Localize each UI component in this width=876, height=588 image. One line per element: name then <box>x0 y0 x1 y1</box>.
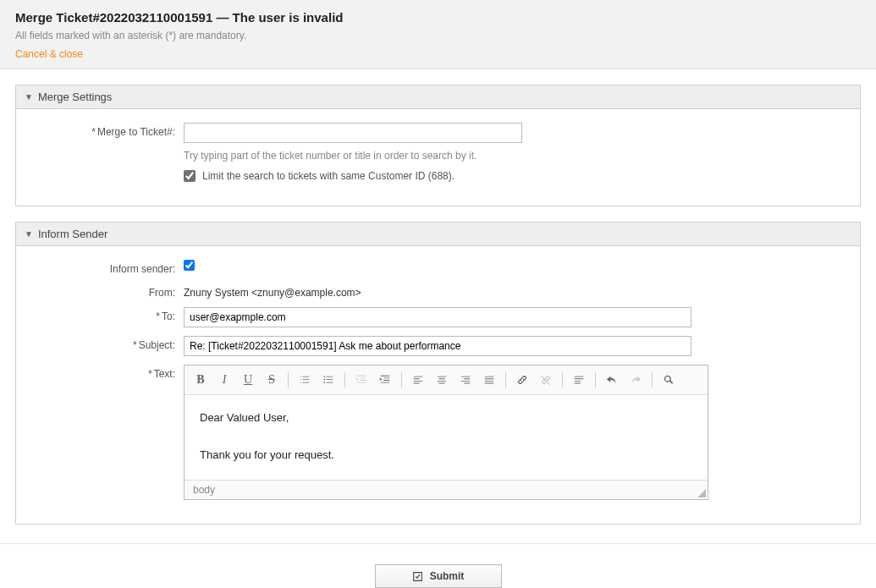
check-icon <box>412 571 423 582</box>
inform-sender-title: Inform Sender <box>38 228 107 240</box>
editor-status-bar: body <box>185 480 708 499</box>
page-title: Merge Ticket#2022032110001591 — The user… <box>15 10 861 25</box>
toolbar-separator <box>562 372 563 387</box>
cancel-close-link[interactable]: Cancel & close <box>15 48 83 60</box>
to-input[interactable] <box>184 307 691 327</box>
merge-to-hint: Try typing part of the ticket number or … <box>184 150 708 162</box>
toolbar-separator <box>401 372 402 387</box>
merge-settings-body: *Merge to Ticket#: Try typing part of th… <box>16 109 860 206</box>
outdent-button[interactable] <box>350 369 372 391</box>
from-label: From: <box>31 283 184 299</box>
text-label: *Text: <box>31 365 184 380</box>
toolbar-separator <box>652 372 653 387</box>
toolbar-separator <box>288 372 289 387</box>
italic-button[interactable]: I <box>213 369 235 391</box>
inform-sender-checkbox[interactable] <box>184 260 195 271</box>
merge-settings-title: Merge Settings <box>38 91 112 103</box>
submit-button[interactable]: Submit <box>375 564 502 588</box>
merge-to-input[interactable] <box>184 123 522 143</box>
merge-settings-header[interactable]: ▼ Merge Settings <box>16 85 860 109</box>
text-row: *Text: B I U S <box>31 365 845 500</box>
find-button[interactable] <box>658 369 680 391</box>
svg-point-1 <box>323 379 325 381</box>
merge-settings-widget: ▼ Merge Settings *Merge to Ticket#: Try … <box>15 85 861 206</box>
limit-search-row[interactable]: Limit the search to tickets with same Cu… <box>184 170 708 182</box>
merge-to-label: *Merge to Ticket#: <box>31 123 184 138</box>
body-line: Thank you for your request. <box>200 446 692 464</box>
caret-down-icon: ▼ <box>25 92 33 102</box>
unlink-button[interactable] <box>535 369 557 391</box>
limit-search-checkbox[interactable] <box>184 170 196 182</box>
resize-grip-icon[interactable] <box>697 489 706 497</box>
inform-sender-row: Inform sender: <box>31 260 845 275</box>
subject-input[interactable] <box>184 336 691 356</box>
indent-button[interactable] <box>374 369 396 391</box>
strike-button[interactable]: S <box>261 369 283 391</box>
svg-point-2 <box>323 382 325 383</box>
inform-sender-widget: ▼ Inform Sender Inform sender: From: Znu… <box>15 222 861 525</box>
toolbar-separator <box>505 372 506 387</box>
align-justify-button[interactable] <box>478 369 500 391</box>
mandatory-note: All fields marked with an asterisk (*) a… <box>15 30 861 41</box>
svg-point-0 <box>323 376 325 377</box>
inform-sender-body: Inform sender: From: Znuny System <znuny… <box>16 246 860 524</box>
remove-format-button[interactable] <box>568 369 590 391</box>
undo-button[interactable] <box>601 369 623 391</box>
subject-row: *Subject: <box>31 336 845 356</box>
toolbar-separator <box>344 372 345 387</box>
editor-toolbar: B I U S <box>185 365 708 395</box>
to-label: *To: <box>31 307 184 322</box>
align-center-button[interactable] <box>431 369 453 391</box>
submit-label: Submit <box>430 570 465 582</box>
align-right-button[interactable] <box>455 369 477 391</box>
inform-sender-header[interactable]: ▼ Inform Sender <box>16 223 860 246</box>
from-value: Znuny System <znuny@example.com> <box>184 283 708 299</box>
inform-sender-label: Inform sender: <box>31 260 184 275</box>
rich-text-editor: B I U S <box>184 365 708 500</box>
from-row: From: Znuny System <znuny@example.com> <box>31 283 845 299</box>
unordered-list-button[interactable] <box>317 369 339 391</box>
align-left-button[interactable] <box>407 369 429 391</box>
submit-bar: Submit <box>0 543 876 588</box>
link-button[interactable] <box>511 369 533 391</box>
underline-button[interactable]: U <box>237 369 259 391</box>
editor-element-path: body <box>193 484 215 496</box>
page-header: Merge Ticket#2022032110001591 — The user… <box>0 0 876 69</box>
subject-label: *Subject: <box>31 336 184 351</box>
body-line: Dear Valued User, <box>200 409 692 427</box>
redo-button[interactable] <box>625 369 647 391</box>
merge-to-row: *Merge to Ticket#: Try typing part of th… <box>31 123 845 182</box>
caret-down-icon: ▼ <box>25 229 33 239</box>
bold-button[interactable]: B <box>190 369 212 391</box>
toolbar-separator <box>595 372 596 387</box>
ordered-list-button[interactable] <box>294 369 316 391</box>
editor-body[interactable]: Dear Valued User, Thank you for your req… <box>185 395 708 480</box>
to-row: *To: <box>31 307 845 327</box>
limit-search-label: Limit the search to tickets with same Cu… <box>202 170 455 182</box>
